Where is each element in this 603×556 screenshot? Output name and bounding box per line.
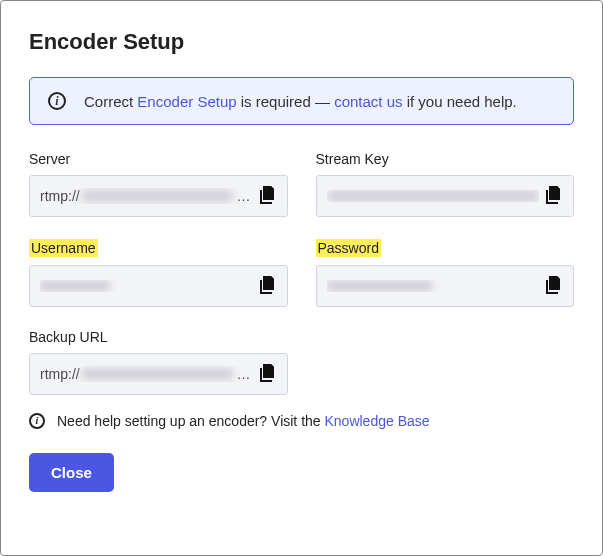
info-icon: i [48,92,66,110]
password-label: Password [316,239,381,257]
encoder-setup-modal: Encoder Setup i Correct Encoder Setup is… [1,1,602,512]
help-line: i Need help setting up an encoder? Visit… [29,413,574,429]
close-button[interactable]: Close [29,453,114,492]
encoder-setup-link[interactable]: Encoder Setup [137,93,236,110]
redacted-value [40,280,110,292]
backup-url-value: rtmp:// … [40,366,253,382]
info-banner: i Correct Encoder Setup is required — co… [29,77,574,125]
server-value: rtmp:// … [40,188,253,204]
backup-url-input[interactable]: rtmp:// … [29,353,288,395]
stream-key-label: Stream Key [316,151,575,167]
username-field: Username [29,239,288,307]
modal-footer: Close [29,453,574,492]
server-label: Server [29,151,288,167]
info-icon: i [29,413,45,429]
username-label: Username [29,239,98,257]
username-value [40,280,253,292]
contact-us-link[interactable]: contact us [334,93,402,110]
username-input[interactable] [29,265,288,307]
copy-icon[interactable] [259,363,279,385]
stream-key-input[interactable] [316,175,575,217]
redacted-value [327,280,432,292]
backup-url-field: Backup URL rtmp:// … [29,329,288,395]
password-field: Password [316,239,575,307]
help-text: Need help setting up an encoder? Visit t… [57,413,430,429]
copy-icon[interactable] [545,275,565,297]
backup-url-label: Backup URL [29,329,288,345]
knowledge-base-link[interactable]: Knowledge Base [324,413,429,429]
ellipsis: … [237,188,251,204]
fields-grid: Server rtmp:// … Stream Key [29,151,574,395]
password-input[interactable] [316,265,575,307]
server-field: Server rtmp:// … [29,151,288,217]
modal-title: Encoder Setup [29,29,574,55]
ellipsis: … [237,366,251,382]
copy-icon[interactable] [259,275,279,297]
banner-text: Correct Encoder Setup is required — cont… [84,93,517,110]
stream-key-field: Stream Key [316,151,575,217]
redacted-value [82,190,233,202]
copy-icon[interactable] [545,185,565,207]
server-input[interactable]: rtmp:// … [29,175,288,217]
copy-icon[interactable] [259,185,279,207]
password-value [327,280,540,292]
stream-key-value [327,190,540,202]
redacted-value [327,190,540,202]
redacted-value [82,368,233,380]
